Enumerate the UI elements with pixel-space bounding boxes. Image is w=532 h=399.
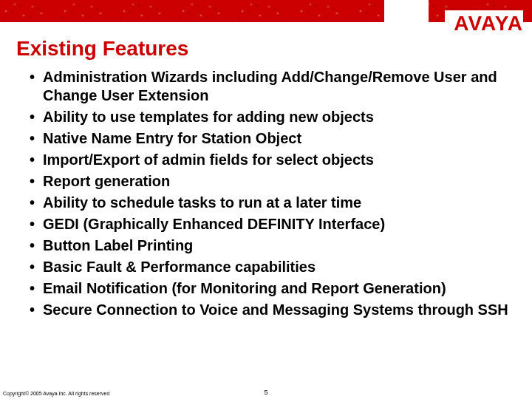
list-item: Native Name Entry for Station Object <box>30 129 510 148</box>
list-item: Ability to schedule tasks to run at a la… <box>30 194 510 212</box>
list-item: Report generation <box>30 172 510 191</box>
bullet-list: Administration Wizards including Add/Cha… <box>16 68 516 319</box>
list-item: Basic Fault & Performance capabilities <box>30 258 510 276</box>
slide-content: Existing Features Administration Wizards… <box>16 37 516 322</box>
page-number: 5 <box>264 389 267 396</box>
list-item: GEDI (Graphically Enhanced DEFINITY Inte… <box>30 215 510 233</box>
list-item: Secure Connection to Voice and Messaging… <box>30 301 510 319</box>
list-item: Administration Wizards including Add/Cha… <box>30 68 510 105</box>
list-item: Import/Export of admin fields for select… <box>30 151 510 169</box>
list-item: Email Notification (for Monitoring and R… <box>30 279 510 298</box>
copyright-footer: Copyright© 2005 Avaya Inc. All rights re… <box>3 391 109 396</box>
list-item: Ability to use templates for adding new … <box>30 108 510 126</box>
brand-logo: AVAYA <box>445 10 523 37</box>
slide-title: Existing Features <box>16 37 516 61</box>
list-item: Button Label Printing <box>30 236 510 255</box>
